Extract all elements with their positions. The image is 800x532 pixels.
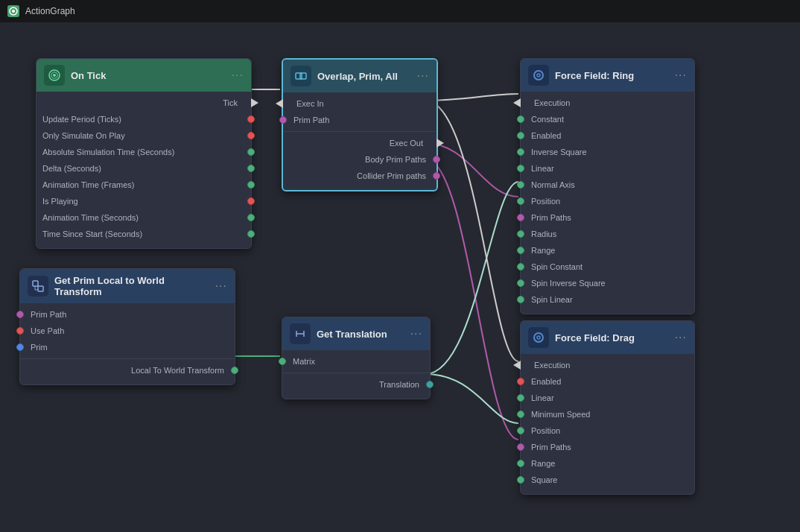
getprim-usepath-label: Use Path bbox=[31, 326, 64, 335]
drag-header: Force Field: Drag ··· bbox=[521, 321, 694, 354]
drag-square-row: Square bbox=[521, 472, 694, 488]
drag-minspeed-port[interactable] bbox=[517, 411, 524, 418]
overlap-header: Overlap, Prim, All ··· bbox=[283, 60, 436, 92]
ring-position-row: Position bbox=[521, 193, 694, 209]
exec-out-row: Exec Out bbox=[283, 135, 436, 151]
update-period-port[interactable] bbox=[247, 115, 255, 123]
abs-sim-port[interactable] bbox=[247, 148, 255, 156]
svg-point-6 bbox=[534, 71, 543, 80]
ring-position-port[interactable] bbox=[517, 197, 524, 205]
is-playing-label: Is Playing bbox=[42, 197, 78, 206]
drag-minspeed-label: Minimum Speed bbox=[531, 410, 590, 419]
exec-out-port[interactable] bbox=[436, 139, 444, 148]
gettrans-icon bbox=[290, 323, 311, 344]
anim-frames-row: Animation Time (Frames) bbox=[36, 177, 251, 193]
getprim-usepath-row: Use Path bbox=[20, 323, 235, 339]
getprim-title: Get Prim Local to World Transform bbox=[54, 275, 209, 297]
getprim-prim-port[interactable] bbox=[16, 343, 24, 351]
drag-menu[interactable]: ··· bbox=[675, 331, 687, 344]
getprim-prim-label: Prim bbox=[31, 343, 48, 352]
drag-position-label: Position bbox=[531, 426, 560, 435]
gettrans-title: Get Translation bbox=[317, 329, 404, 340]
time-since-port[interactable] bbox=[247, 230, 255, 238]
ring-radius-port[interactable] bbox=[517, 230, 524, 238]
getprim-primpath-label: Prim Path bbox=[31, 310, 66, 319]
gettrans-translation-port[interactable] bbox=[426, 381, 434, 388]
ring-header: Force Field: Ring ··· bbox=[521, 59, 694, 92]
body-prim-paths-row: Body Prim Paths bbox=[283, 151, 436, 168]
ring-linear-row: Linear bbox=[521, 160, 694, 177]
overlap-icon bbox=[291, 66, 311, 86]
getprim-menu[interactable]: ··· bbox=[215, 279, 227, 293]
prim-path-in-port[interactable] bbox=[279, 116, 287, 124]
node-overlap: Overlap, Prim, All ··· Exec In Prim Path… bbox=[282, 58, 438, 191]
app-title: ActionGraph bbox=[25, 6, 75, 16]
time-since-label: Time Since Start (Seconds) bbox=[42, 229, 142, 238]
drag-linear-port[interactable] bbox=[517, 394, 524, 402]
exec-in-port[interactable] bbox=[276, 99, 283, 108]
titlebar: ActionGraph bbox=[0, 0, 800, 22]
ring-exec-row: Execution bbox=[521, 95, 694, 111]
svg-point-1 bbox=[12, 10, 15, 13]
drag-enabled-port[interactable] bbox=[517, 378, 524, 385]
on-tick-menu[interactable]: ··· bbox=[232, 69, 244, 82]
body-prim-paths-label: Body Prim Paths bbox=[365, 155, 426, 164]
ring-primpaths-row: Prim Paths bbox=[521, 209, 694, 226]
ring-primpaths-port[interactable] bbox=[517, 214, 524, 221]
collider-prim-paths-port[interactable] bbox=[433, 172, 440, 180]
drag-exec-row: Execution bbox=[521, 357, 694, 373]
body-prim-paths-port[interactable] bbox=[433, 156, 440, 163]
svg-point-16 bbox=[537, 336, 540, 339]
ring-position-label: Position bbox=[531, 197, 560, 206]
anim-secs-port[interactable] bbox=[247, 214, 255, 221]
only-simulate-port[interactable] bbox=[247, 132, 255, 139]
collider-prim-paths-row: Collider Prim paths bbox=[283, 168, 436, 184]
is-playing-port[interactable] bbox=[247, 197, 255, 205]
overlap-menu[interactable]: ··· bbox=[417, 69, 429, 83]
ring-spinconst-row: Spin Constant bbox=[521, 259, 694, 275]
overlap-title: Overlap, Prim, All bbox=[317, 71, 411, 82]
drag-exec-label: Execution bbox=[534, 361, 570, 370]
anim-frames-port[interactable] bbox=[247, 181, 255, 189]
gettrans-matrix-port[interactable] bbox=[279, 358, 286, 365]
ring-primpaths-label: Prim Paths bbox=[531, 213, 571, 222]
ring-spininvsq-row: Spin Inverse Square bbox=[521, 275, 694, 291]
drag-range-port[interactable] bbox=[517, 460, 524, 467]
tick-row: Tick bbox=[36, 95, 251, 111]
ring-invsq-port[interactable] bbox=[517, 148, 524, 156]
getprim-header: Get Prim Local to World Transform ··· bbox=[20, 269, 235, 303]
ring-invsq-label: Inverse Square bbox=[531, 148, 587, 156]
ring-range-port[interactable] bbox=[517, 247, 524, 254]
gettrans-header: Get Translation ··· bbox=[282, 317, 430, 350]
drag-square-port[interactable] bbox=[517, 476, 524, 484]
ring-spinconst-port[interactable] bbox=[517, 263, 524, 270]
gettrans-menu[interactable]: ··· bbox=[410, 327, 422, 341]
drag-exec-port[interactable] bbox=[513, 361, 521, 370]
drag-primpaths-port[interactable] bbox=[517, 443, 524, 451]
getprim-l2w-label: Local To World Transform bbox=[131, 366, 224, 375]
ring-linear-label: Linear bbox=[531, 164, 554, 173]
getprim-l2w-port[interactable] bbox=[231, 367, 238, 374]
getprim-primpath-port[interactable] bbox=[16, 311, 24, 318]
ring-normalaxis-row: Normal Axis bbox=[521, 177, 694, 193]
ring-constant-port[interactable] bbox=[517, 115, 524, 123]
ring-spinlinear-port[interactable] bbox=[517, 296, 524, 303]
ring-normalaxis-port[interactable] bbox=[517, 181, 524, 189]
delta-port[interactable] bbox=[247, 165, 255, 172]
tick-port[interactable] bbox=[251, 98, 258, 107]
drag-linear-row: Linear bbox=[521, 390, 694, 406]
abs-sim-label: Absolute Simulation Time (Seconds) bbox=[42, 148, 174, 156]
only-simulate-row: Only Simulate On Play bbox=[36, 127, 251, 144]
getprim-usepath-port[interactable] bbox=[16, 327, 24, 335]
gettrans-matrix-row: Matrix bbox=[282, 353, 430, 370]
drag-minspeed-row: Minimum Speed bbox=[521, 406, 694, 422]
drag-position-port[interactable] bbox=[517, 427, 524, 434]
ring-enabled-port[interactable] bbox=[517, 132, 524, 139]
ring-menu[interactable]: ··· bbox=[675, 69, 687, 82]
svg-point-7 bbox=[537, 74, 540, 77]
time-since-row: Time Since Start (Seconds) bbox=[36, 226, 251, 242]
ring-spininvsq-port[interactable] bbox=[517, 279, 524, 287]
ring-linear-port[interactable] bbox=[517, 165, 524, 172]
node-on-tick: On Tick ··· Tick Update Period (Ticks) O… bbox=[36, 58, 252, 249]
ring-exec-port[interactable] bbox=[513, 98, 521, 107]
